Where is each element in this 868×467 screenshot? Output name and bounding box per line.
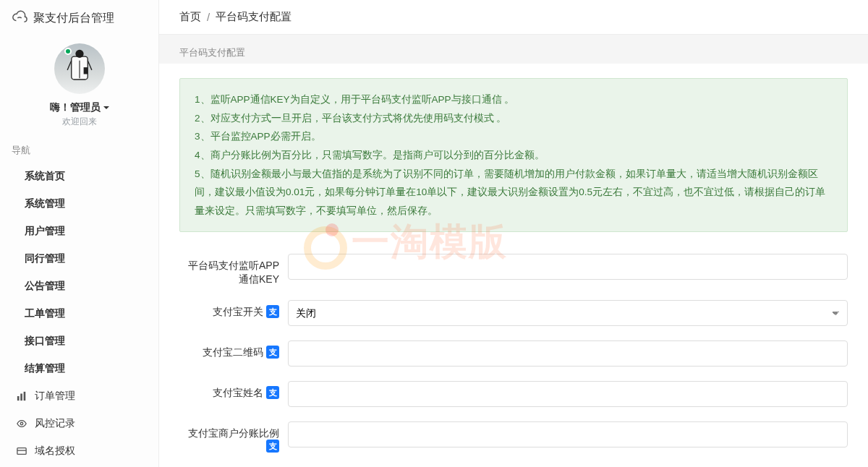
eye-icon — [16, 419, 27, 429]
profile-name-dropdown[interactable]: 嗨！管理员 — [50, 101, 109, 114]
nav-label: 订单管理 — [35, 390, 75, 403]
svg-point-1 — [75, 50, 83, 58]
alipay-icon: 支 — [266, 346, 279, 359]
svg-rect-8 — [17, 448, 26, 455]
nav-label: 同行管理 — [25, 252, 65, 265]
alert-line: 1、监听APP通信KEY为自定义，用于平台码支付监听APP与接口通信 。 — [195, 90, 833, 109]
nav-item-domain[interactable]: 域名授权 — [0, 437, 158, 465]
alipay-icon: 支 — [266, 305, 279, 318]
cloud-icon — [12, 9, 27, 27]
status-dot-icon — [64, 48, 72, 55]
breadcrumb: 首页 / 平台码支付配置 — [159, 0, 868, 35]
row-ali-switch: 支付宝开关支 关闭 — [179, 293, 848, 333]
nav-item-tickets[interactable]: 工单管理 — [0, 300, 158, 327]
nav-item-settlement[interactable]: 结算管理 — [0, 355, 158, 382]
breadcrumb-home[interactable]: 首页 — [179, 10, 201, 24]
svg-rect-6 — [24, 392, 26, 400]
nav-item-users[interactable]: 用户管理 — [0, 218, 158, 245]
alert-line: 4、商户分账比例为百分比，只需填写数字。是指商户可以分到的百分比金额。 — [195, 146, 833, 165]
nav-label: 接口管理 — [25, 335, 65, 348]
nav-item-risk[interactable]: 风控记录 — [0, 410, 158, 437]
input-ali-qr[interactable] — [288, 340, 848, 367]
card-icon — [16, 446, 27, 456]
nav-label: 工单管理 — [25, 307, 65, 320]
nav-label: 系统管理 — [25, 197, 65, 210]
svg-rect-3 — [83, 67, 88, 74]
nav-item-api[interactable]: 接口管理 — [0, 327, 158, 355]
avatar — [54, 43, 105, 94]
input-app-key[interactable] — [288, 254, 848, 280]
label-ali-switch: 支付宝开关支 — [179, 300, 288, 318]
profile-welcome: 欢迎回来 — [62, 116, 97, 128]
alert-line: 3、平台监控APP必需开启。 — [195, 127, 833, 146]
row-wx-switch: 微信开关✓ 关闭 — [179, 460, 848, 467]
svg-rect-5 — [20, 394, 22, 401]
sidebar: 聚支付后台管理 嗨！管理员 欢迎回来 导航 系统首页 系统管理 用户管理 同行管… — [0, 0, 159, 467]
label-ali-qr: 支付宝二维码支 — [179, 340, 288, 359]
label-ali-name: 支付宝姓名支 — [179, 381, 288, 399]
brand: 聚支付后台管理 — [0, 0, 158, 36]
config-panel: 1、监听APP通信KEY为自定义，用于平台码支付监听APP与接口通信 。 2、对… — [159, 64, 868, 467]
nav-label: 用户管理 — [25, 225, 65, 238]
select-ali-switch[interactable]: 关闭 — [288, 300, 848, 326]
alert-line: 2、对应支付方式一旦开启，平台该支付方式将优先使用码支付模式 。 — [195, 109, 833, 128]
label-ali-ratio: 支付宝商户分账比例 支 — [179, 421, 288, 453]
nav-label: 系统首页 — [25, 170, 65, 183]
brand-title: 聚支付后台管理 — [33, 11, 114, 26]
breadcrumb-sep: / — [207, 11, 210, 23]
row-ali-name: 支付宝姓名支 — [179, 374, 848, 414]
profile-greeting: 嗨！管理员 — [50, 101, 101, 114]
row-ali-qr: 支付宝二维码支 — [179, 333, 848, 374]
alert-line: 5、随机识别金额最小与最大值指的是系统为了识别不同的订单，需要随机增加的用户付款… — [195, 165, 833, 220]
nav-item-orders[interactable]: 订单管理 — [0, 382, 158, 410]
caret-down-icon — [103, 106, 109, 112]
nav-item-home[interactable]: 系统首页 — [0, 163, 158, 190]
nav-item-system[interactable]: 系统管理 — [0, 190, 158, 218]
svg-rect-4 — [17, 396, 20, 400]
nav-label: 风控记录 — [35, 417, 75, 430]
info-alert: 1、监听APP通信KEY为自定义，用于平台码支付监听APP与接口通信 。 2、对… — [179, 78, 848, 232]
input-ali-ratio[interactable] — [288, 421, 848, 447]
svg-point-7 — [20, 422, 23, 425]
row-app-key: 平台码支付监听APP 通信KEY — [179, 247, 848, 292]
section-label: 平台码支付配置 — [159, 35, 868, 64]
alipay-icon: 支 — [266, 440, 279, 453]
breadcrumb-current: 平台码支付配置 — [216, 10, 292, 24]
input-ali-name[interactable] — [288, 381, 848, 407]
nav-section-title: 导航 — [0, 138, 158, 163]
alipay-icon: 支 — [266, 386, 279, 399]
row-ali-ratio: 支付宝商户分账比例 支 — [179, 414, 848, 460]
nav-item-peers[interactable]: 同行管理 — [0, 245, 158, 273]
profile-block: 嗨！管理员 欢迎回来 — [0, 36, 158, 138]
nav-label: 结算管理 — [25, 362, 65, 375]
bar-chart-icon — [16, 391, 27, 401]
label-app-key: 平台码支付监听APP 通信KEY — [179, 254, 288, 285]
nav-item-announce[interactable]: 公告管理 — [0, 273, 158, 300]
main-content: 首页 / 平台码支付配置 平台码支付配置 1、监听APP通信KEY为自定义，用于… — [159, 0, 868, 467]
nav-label: 域名授权 — [35, 445, 75, 458]
nav-label: 公告管理 — [25, 280, 65, 293]
